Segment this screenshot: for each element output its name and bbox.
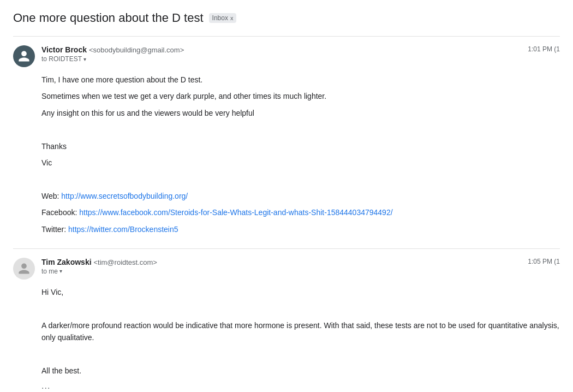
- body-para-space: [41, 173, 560, 185]
- message-body-2: Hi Vic, A darker/more profound reaction …: [41, 286, 560, 392]
- inbox-badge-label: Inbox: [212, 14, 228, 22]
- email-message-2: Tim Zakowski <tim@roidtest.com> to me ▾ …: [13, 248, 560, 392]
- thread-subject: One more question about the D test Inbox…: [13, 11, 560, 25]
- web-link[interactable]: http://www.secretsofbodybuilding.org/: [61, 192, 188, 200]
- avatar-icon-1: [17, 50, 31, 63]
- message-header-left-1: Victor Brock <sobodybuilding@gmail.com> …: [13, 45, 184, 67]
- body-para-1-0: Tim, I have one more question about the …: [41, 74, 560, 86]
- message-header-left-2: Tim Zakowski <tim@roidtest.com> to me ▾: [13, 258, 157, 280]
- body-para-1-2: Any insight on this for us and the viewe…: [41, 107, 560, 119]
- message-time-2: 1:05 PM (1: [528, 258, 560, 265]
- to-line-2: to me ▾: [41, 268, 157, 275]
- to-line-1: to ROIDTEST ▾: [41, 55, 184, 63]
- message-header-2: Tim Zakowski <tim@roidtest.com> to me ▾ …: [13, 258, 560, 280]
- message-header-1: Victor Brock <sobodybuilding@gmail.com> …: [13, 45, 560, 67]
- inbox-badge-close[interactable]: x: [230, 15, 234, 21]
- body-para-2-2: A darker/more profound reaction would be…: [41, 319, 560, 344]
- avatar-victor-1: [13, 45, 35, 67]
- body-para-1-3: [41, 123, 560, 135]
- body-para-facebook: Facebook: https://www.facebook.com/Stero…: [41, 206, 560, 218]
- avatar-icon-2: [17, 262, 31, 275]
- body-para-2-0: Hi Vic,: [41, 286, 560, 298]
- sender-name-2: Tim Zakowski <tim@roidtest.com>: [41, 258, 157, 266]
- twitter-link[interactable]: https://twitter.com/Brockenstein5: [68, 225, 178, 234]
- email-message-1: Victor Brock <sobodybuilding@gmail.com> …: [13, 36, 560, 248]
- sender-name-1: Victor Brock <sobodybuilding@gmail.com>: [41, 45, 184, 54]
- chevron-down-icon-2[interactable]: ▾: [59, 268, 62, 274]
- body-para-vic: Vic: [41, 157, 560, 169]
- avatar-tim-2: [13, 258, 35, 280]
- body-para-1-1: Sometimes when we test we get a very dar…: [41, 90, 560, 102]
- sender-info-2: Tim Zakowski <tim@roidtest.com> to me ▾: [41, 258, 157, 275]
- facebook-link[interactable]: https://www.facebook.com/Steroids-for-Sa…: [79, 208, 392, 217]
- body-para-2-3: [41, 348, 560, 360]
- inbox-badge[interactable]: Inbox x: [209, 13, 237, 23]
- email-thread: One more question about the D test Inbox…: [0, 0, 573, 392]
- chevron-down-icon-1[interactable]: ▾: [83, 56, 86, 62]
- ellipsis-button-2[interactable]: ···: [41, 381, 560, 392]
- body-para-2-4: All the best.: [41, 365, 560, 377]
- thread-title: One more question about the D test: [13, 11, 204, 25]
- message-body-1: Tim, I have one more question about the …: [41, 74, 560, 235]
- body-para-twitter: Twitter: https://twitter.com/Brockenstei…: [41, 223, 560, 235]
- body-para-web: Web: http://www.secretsofbodybuilding.or…: [41, 190, 560, 202]
- body-para-thanks: Thanks: [41, 140, 560, 152]
- sender-info-1: Victor Brock <sobodybuilding@gmail.com> …: [41, 45, 184, 63]
- body-para-2-1: [41, 302, 560, 314]
- message-time-1: 1:01 PM (1: [528, 45, 560, 53]
